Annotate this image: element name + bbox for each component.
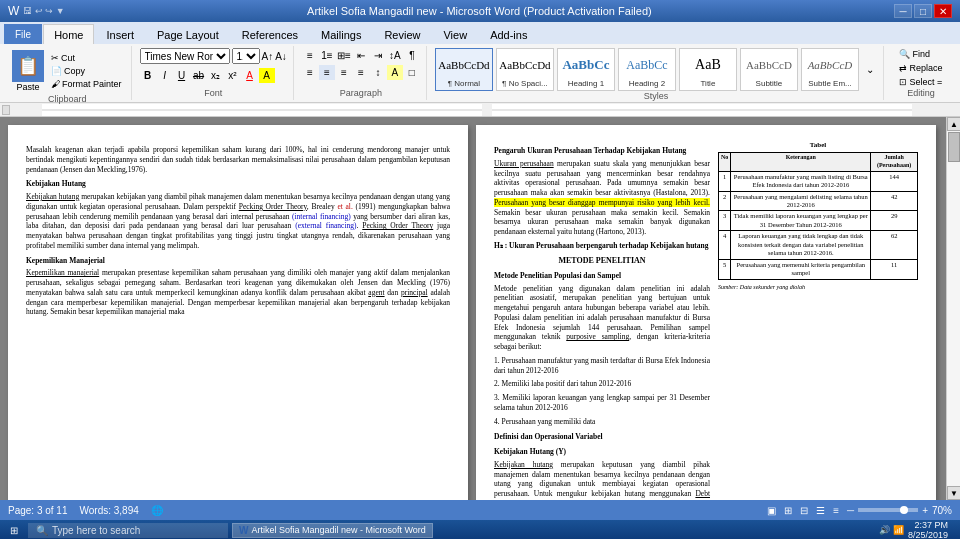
view-outline-button[interactable]: ☰ xyxy=(816,505,825,516)
select-button[interactable]: ⊡ Select = xyxy=(896,76,945,88)
tab-home[interactable]: Home xyxy=(43,24,94,44)
time: 2:37 PM xyxy=(914,520,948,530)
increase-indent-button[interactable]: ⇥ xyxy=(370,48,386,63)
bullets-button[interactable]: ≡ xyxy=(302,48,318,63)
tab-view[interactable]: View xyxy=(432,24,478,44)
change-styles-button[interactable]: ⌄ xyxy=(863,63,877,77)
format-buttons: B I U ab x₂ x² A A xyxy=(140,68,275,83)
numbering-button[interactable]: 1≡ xyxy=(319,48,335,63)
para-ukuran: Ukuran perusahaan merupakan suatu skala … xyxy=(494,159,710,237)
status-left: Page: 3 of 11 Words: 3,894 🌐 xyxy=(8,505,163,516)
zoom-out-button[interactable]: ─ xyxy=(847,505,854,516)
decrease-indent-button[interactable]: ⇤ xyxy=(353,48,369,63)
tab-mailings[interactable]: Mailings xyxy=(310,24,372,44)
window-title: Artikel Sofia Mangadil new - Microsoft W… xyxy=(65,5,894,17)
document-page-right[interactable]: Pengaruh Ukuran Perusahaan Terhadap Kebi… xyxy=(476,125,936,500)
tab-file[interactable]: File xyxy=(4,24,42,44)
border-button[interactable]: □ xyxy=(404,65,420,80)
shrink-font-button[interactable]: A↓ xyxy=(275,51,287,62)
grow-font-button[interactable]: A↑ xyxy=(262,51,274,62)
align-center-button[interactable]: ≡ xyxy=(319,65,335,80)
view-print-button[interactable]: ▣ xyxy=(767,505,776,516)
table-header-no: No xyxy=(719,153,731,172)
taskbar-search[interactable]: 🔍 Type here to search xyxy=(28,523,228,538)
text-color-button[interactable]: A xyxy=(242,68,258,83)
tab-addins[interactable]: Add-ins xyxy=(479,24,538,44)
cut-button[interactable]: ✂ Cut xyxy=(48,52,125,64)
styles-label: Styles xyxy=(644,91,669,101)
style-title[interactable]: AaB Title xyxy=(679,48,737,91)
taskbar-item-label: Artikel Sofia Mangadil new - Microsoft W… xyxy=(251,525,425,535)
minimize-button[interactable]: ─ xyxy=(894,4,912,18)
view-fullscreen-button[interactable]: ⊞ xyxy=(784,505,792,516)
zoom-slider[interactable] xyxy=(858,508,918,512)
tab-page-layout[interactable]: Page Layout xyxy=(146,24,230,44)
sample-table: No Keterangan Jumlah (Perusahaan) 1 Peru… xyxy=(718,152,918,279)
view-web-button[interactable]: ⊟ xyxy=(800,505,808,516)
vertical-scrollbar[interactable]: ▲ ▼ xyxy=(946,117,960,500)
highlight-button[interactable]: A xyxy=(259,68,275,83)
table-header-jumlah: Jumlah (Perusahaan) xyxy=(871,153,918,172)
underline-button[interactable]: U xyxy=(174,68,190,83)
close-button[interactable]: ✕ xyxy=(934,4,952,18)
style-heading1[interactable]: AaBbCc Heading 1 xyxy=(557,48,615,91)
replace-button[interactable]: ⇄ Replace xyxy=(896,62,945,74)
zoom-control: ─ + 70% xyxy=(847,505,952,516)
table-row: 3 Tidak memiliki laporan keuangan yang l… xyxy=(719,211,918,231)
span-et-al: et al. xyxy=(337,202,352,211)
shading-button[interactable]: A xyxy=(387,65,403,80)
style-subtle-emphasis[interactable]: AaBbCcD Subtle Em... xyxy=(801,48,859,91)
start-button[interactable]: ⊞ xyxy=(4,523,24,538)
line-spacing-button[interactable]: ↕ xyxy=(370,65,386,80)
clipboard-group-content: 📋 Paste ✂ Cut 📄 Copy 🖌 Format Painter xyxy=(10,48,125,94)
font-size-select[interactable]: 11 xyxy=(232,48,260,64)
zoom-in-button[interactable]: + xyxy=(922,505,928,516)
multilevel-list-button[interactable]: ⊞≡ xyxy=(336,48,352,63)
align-left-button[interactable]: ≡ xyxy=(302,65,318,80)
bold-button[interactable]: B xyxy=(140,68,156,83)
font-name-select[interactable]: Times New Rom xyxy=(140,48,230,64)
show-formatting-button[interactable]: ¶ xyxy=(404,48,420,63)
tab-insert[interactable]: Insert xyxy=(95,24,145,44)
styles-group: AaBbCcDd ¶ Normal AaBbCcDd ¶ No Spaci...… xyxy=(429,46,884,100)
span-pecking: Pecking Order Theory xyxy=(239,202,307,211)
tab-review[interactable]: Review xyxy=(373,24,431,44)
find-button[interactable]: 🔍 Find xyxy=(896,48,933,60)
subscript-button[interactable]: x₂ xyxy=(208,68,224,83)
italic-button[interactable]: I xyxy=(157,68,173,83)
para-kepemilikan: Kepemilikan manajerial merupakan present… xyxy=(26,268,450,317)
page-indicator: Page: 3 of 11 xyxy=(8,505,68,516)
view-draft-button[interactable]: ≡ xyxy=(833,505,839,516)
scroll-thumb[interactable] xyxy=(948,132,960,162)
copy-button[interactable]: 📄 Copy xyxy=(48,65,125,77)
paragraph-group-content: ≡ 1≡ ⊞≡ ⇤ ⇥ ↕A ¶ ≡ ≡ ≡ ≡ ↕ A □ xyxy=(302,48,420,88)
strikethrough-button[interactable]: ab xyxy=(191,68,207,83)
superscript-button[interactable]: x² xyxy=(225,68,241,83)
system-tray: 🔊 📶 2:37 PM 8/25/2019 xyxy=(879,520,956,539)
language-indicator: 🌐 xyxy=(151,505,163,516)
document-scroll: Masalah keagenan akan terjadi apabila pr… xyxy=(0,117,946,500)
table-note: Sumber: Data sekunder yang diolah xyxy=(718,284,918,292)
style-heading2[interactable]: AaBbCc Heading 2 xyxy=(618,48,676,91)
clock: 2:37 PM 8/25/2019 xyxy=(908,520,948,539)
taskbar-item-word[interactable]: W Artikel Sofia Mangadil new - Microsoft… xyxy=(232,523,433,538)
format-painter-button[interactable]: 🖌 Format Painter xyxy=(48,78,125,90)
style-subtitle-preview: AaBbCcD xyxy=(743,51,795,79)
scroll-up-button[interactable]: ▲ xyxy=(947,117,960,131)
tab-references[interactable]: References xyxy=(231,24,309,44)
justify-button[interactable]: ≡ xyxy=(353,65,369,80)
sort-button[interactable]: ↕A xyxy=(387,48,403,63)
title-bar: W 🖫 ↩ ↪ ▼ Artikel Sofia Mangadil new - M… xyxy=(0,0,960,22)
document-page-left[interactable]: Masalah keagenan akan terjadi apabila pr… xyxy=(8,125,468,500)
maximize-button[interactable]: □ xyxy=(914,4,932,18)
taskbar-items: W Artikel Sofia Mangadil new - Microsoft… xyxy=(232,523,875,538)
ribbon-tab-bar: File Home Insert Page Layout References … xyxy=(0,22,960,44)
para-metode: Metode penelitian yang digunakan dalam p… xyxy=(494,284,710,352)
align-right-button[interactable]: ≡ xyxy=(336,65,352,80)
style-no-spacing[interactable]: AaBbCcDd ¶ No Spaci... xyxy=(496,48,554,91)
scroll-down-button[interactable]: ▼ xyxy=(947,486,960,500)
style-normal[interactable]: AaBbCcDd ¶ Normal xyxy=(435,48,493,91)
right-column: Tabel No Keterangan Jumlah (Perusahaan) … xyxy=(718,141,918,500)
style-subtitle[interactable]: AaBbCcD Subtitle xyxy=(740,48,798,91)
paste-button[interactable]: 📋 Paste xyxy=(10,48,46,94)
